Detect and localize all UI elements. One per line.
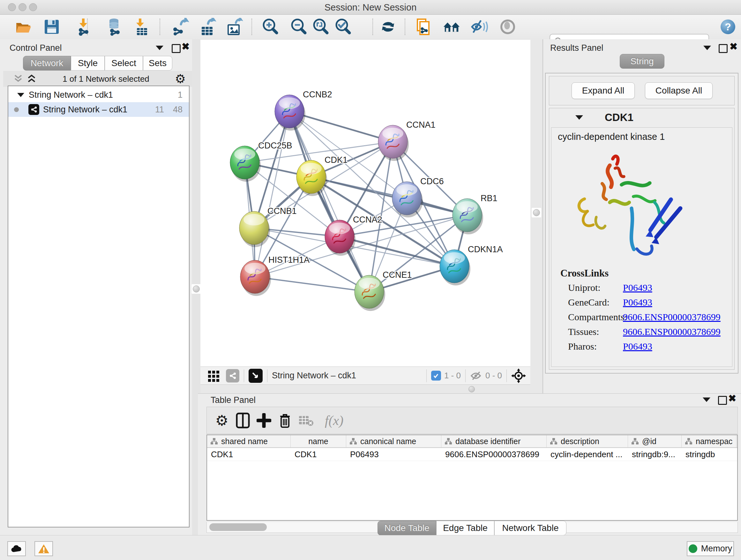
edge-CCNE1-HIST1H1A[interactable] [255,277,369,292]
table-panel-collapse-icon[interactable] [703,397,711,402]
crosslink-link[interactable]: 9606.ENSP00000378699 [623,326,721,337]
neighbors-button[interactable] [442,17,461,36]
expand-collapse-bar: Expand All Collapse All [549,76,735,105]
column-network-icon [631,437,639,445]
tab-select[interactable]: Select [105,56,143,71]
birds-eye-grid-icon[interactable] [207,369,220,382]
node-CDKN1A[interactable]: CDKN1A [440,245,503,286]
tab-network-table[interactable]: Network Table [494,521,566,536]
results-panel-close-icon[interactable]: ✖ [730,43,738,50]
crosslink-link[interactable]: P06493 [623,282,652,293]
table-cell[interactable]: 9606.ENSP00000378699 [441,448,547,461]
table-cell[interactable]: stringdb:9... [628,448,682,461]
node-CDC6[interactable]: CDC6 [392,177,444,217]
entry-header[interactable]: CDK1 [549,108,734,127]
import-network-file-button[interactable] [76,17,94,36]
export-table-button[interactable] [198,17,217,36]
splitter-handle[interactable] [532,208,541,217]
control-panel-float-icon[interactable] [172,44,181,53]
zoom-in-button[interactable] [261,17,280,36]
zoom-fit-button[interactable] [312,17,330,36]
table-row[interactable]: CDK1CDK1P064939606.ENSP00000378699cyclin… [207,448,737,461]
network-tree-child-row[interactable]: String Network – cdk1 11 48 [8,102,189,117]
delete-column-trash-icon[interactable] [274,410,295,431]
entry-collapse-icon[interactable] [576,115,583,120]
column-header-name[interactable]: name [291,435,346,447]
export-network-button[interactable] [171,17,190,36]
hide-graphics-details-button[interactable] [470,17,488,36]
chevron-double-up-icon[interactable] [26,74,37,84]
cloud-status-button[interactable] [7,541,26,556]
open-in-window-icon[interactable] [249,369,263,383]
tab-edge-table[interactable]: Edge Table [436,521,494,536]
show-columns-icon[interactable] [232,410,253,431]
tab-sets[interactable]: Sets [143,56,172,71]
crosslink-link[interactable]: P06493 [623,341,652,352]
splitter-handle[interactable] [192,284,201,294]
import-network-database-button[interactable] [105,17,124,36]
node-HIST1H1A[interactable]: HIST1H1A [240,255,310,296]
entry-description: cyclin-dependent kinase 1 [558,132,665,142]
table-cell[interactable]: cyclin-dependent ... [547,448,628,461]
crosslink-link[interactable]: P06493 [623,297,652,308]
clone-network-button[interactable] [414,17,433,36]
help-button[interactable]: ? [719,17,737,36]
right-splitter[interactable] [530,39,542,393]
column-header-namespac[interactable]: namespac [682,435,737,447]
tab-style[interactable]: Style [71,56,105,71]
tree-expand-icon[interactable] [17,93,24,97]
network-canvas[interactable]: CCNB2CCNA1CDC25BCDK1CDC6RB1CCNB1CCNA2CDK… [200,39,530,367]
table-panel-close-icon[interactable]: ✖ [728,395,736,402]
zoom-out-button[interactable] [289,17,308,36]
zoom-selected-button[interactable] [334,17,352,36]
import-table-file-button[interactable] [133,17,151,36]
node-CDK1[interactable]: CDK1 [296,155,347,196]
column-header-database-identifier[interactable]: database identifier [441,435,547,447]
table-settings-gear-icon[interactable]: ⚙ [211,410,232,431]
tab-network[interactable]: Network [23,56,71,71]
memory-button[interactable]: Memory [687,541,734,556]
crosslink-link[interactable]: 9606.ENSP00000378699 [623,312,721,322]
gear-icon[interactable]: ⚙ [175,73,186,85]
zoom-in-icon [261,18,279,36]
results-panel-collapse-icon[interactable] [703,46,711,50]
tab-string[interactable]: String [620,54,664,69]
warning-status-button[interactable] [35,541,53,556]
table-cell[interactable]: CDK1 [207,448,291,461]
node-RB1[interactable]: RB1 [453,193,497,234]
results-panel: Results Panel ✖ String Expand All Collap… [542,39,741,393]
table-cell[interactable]: CDK1 [291,448,346,461]
save-session-button[interactable] [43,17,61,36]
open-session-button[interactable] [14,17,32,36]
column-header-@id[interactable]: @id [628,435,682,447]
table-cell[interactable]: stringdb [682,448,737,461]
edge-CCNB2-HIST1H1A[interactable] [255,111,289,277]
tab-node-table[interactable]: Node Table [378,521,436,536]
control-panel-collapse-icon[interactable] [156,46,163,50]
node-CCNE1[interactable]: CCNE1 [354,270,412,311]
collapse-all-button[interactable]: Collapse All [645,82,713,99]
network-tree-root-row[interactable]: String Network – cdk1 1 [8,87,189,102]
edge-CCNB2-CCNE1[interactable] [289,111,369,292]
column-header-canonical-name[interactable]: canonical name [346,435,441,447]
table-cell[interactable]: P06493 [346,448,441,461]
column-header-description[interactable]: description [547,435,628,447]
column-header-shared-name[interactable]: shared name [207,435,291,447]
column-label: canonical name [360,437,416,446]
chevron-double-down-icon[interactable] [13,74,23,84]
expand-all-button[interactable]: Expand All [571,82,635,99]
apply-layout-button[interactable] [379,17,397,36]
control-panel-close-icon[interactable]: ✖ [182,43,190,50]
network-status-dot [14,107,19,112]
control-panel-title: Control Panel [10,43,62,53]
crosslink-label: GeneCard: [568,297,623,308]
network-type-badge-icon [226,369,239,382]
node-CCNB1[interactable]: CCNB1 [239,206,297,247]
results-panel-float-icon[interactable] [719,44,728,53]
pan-crosshair-icon[interactable] [511,368,526,383]
splitter-handle[interactable] [468,386,475,392]
table-panel-float-icon[interactable] [718,396,727,405]
add-column-icon[interactable] [253,410,274,431]
scrollbar-thumb[interactable] [209,523,267,531]
export-image-button[interactable] [225,17,244,36]
